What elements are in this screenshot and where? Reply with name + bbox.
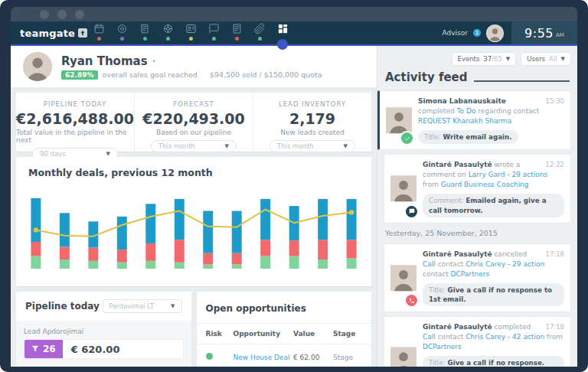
title-underline (474, 80, 570, 82)
activity-avatar-wrap (390, 322, 416, 367)
quota-text: $94,500 sold / $150,000 quota (210, 70, 322, 79)
kpi-card: LEAD INVENTORY2,179New leads createdThis… (253, 93, 371, 152)
nav-status-dot (143, 37, 147, 41)
kpi-value: €2,616,488.00 (16, 110, 134, 127)
brand-arrow-icon (78, 28, 87, 38)
nav-status-dot (166, 37, 170, 41)
activity-avatar (390, 322, 416, 367)
monthly-deals-chart (16, 183, 371, 278)
chat-badge-icon (404, 204, 419, 219)
chevron-down-icon: ▼ (106, 151, 110, 157)
app-window: teamgate Advisor 1 9:55 AM (11, 21, 577, 367)
goal-percent-badge: 62.89% (61, 70, 98, 80)
activity-text-segment: contact (436, 333, 466, 341)
traffic-light-close[interactable] (40, 10, 49, 19)
opportunities-title: Open opportunities (206, 303, 306, 314)
documents-icon[interactable] (133, 23, 156, 41)
chevron-down-icon: ▼ (344, 143, 348, 149)
activity-link[interactable]: Chris Carey - 29 action (466, 260, 544, 268)
events-filter-dropdown[interactable]: Events 37/65 ▼ (452, 52, 517, 66)
contacts-icon[interactable] (179, 23, 202, 41)
activity-link[interactable]: REQUEST Khanakh Sharma (418, 117, 511, 125)
activity-text-segment: completed (492, 323, 531, 331)
stage-count-badge: 26 (24, 340, 63, 358)
activity-item: 15:30Simona Labanauskaite completed To D… (377, 90, 571, 150)
chevron-down-icon: ▼ (561, 56, 565, 62)
note-label: Title: (429, 286, 446, 294)
brand[interactable]: teamgate (20, 21, 87, 44)
feed-date-divider: Yesterday, 25 November, 2015 (385, 229, 570, 237)
top-navbar: teamgate Advisor 1 9:55 AM (11, 21, 577, 46)
activity-link[interactable]: Guard Business Coaching (441, 181, 529, 188)
chart-title: Monthly deals, previous 12 month (16, 157, 371, 178)
kpi-description: Based on our pipeline (156, 129, 231, 136)
opportunity-link[interactable]: New House Deal (234, 354, 294, 361)
kpi-description: Total value in the pipeline in the next (16, 129, 134, 144)
profile-menu-toggle[interactable]: • (152, 57, 156, 65)
activity-text: 12:22Gintarė Pasaulytė wrote a comment o… (423, 160, 564, 190)
risk-cell (206, 353, 234, 361)
kpi-label: PIPELINE TODAY (44, 100, 106, 108)
titlebar (11, 7, 577, 21)
activity-link[interactable]: Call (423, 260, 436, 268)
activity-avatar-wrap (390, 160, 416, 217)
clock-suffix: AM (556, 32, 564, 38)
pipeline-dropdown[interactable]: Pardavimai LT ▼ (103, 299, 182, 313)
stage-value: € 620.00 (63, 340, 129, 358)
wheel-icon[interactable] (156, 23, 179, 41)
pipeline-stage-row[interactable]: 26 € 620.00 (24, 339, 184, 359)
kpi-card: PIPELINE TODAY€2,616,488.00Total value i… (16, 93, 134, 152)
profile-name: Ryan Thomas (61, 54, 148, 68)
activity-item: 17:18Gintarė Pasaulytė cancelled Call co… (384, 243, 571, 312)
kpi-period-dropdown[interactable]: This month▼ (270, 140, 355, 152)
nav-status-dot (120, 37, 124, 41)
nav-status-dot (189, 37, 193, 41)
traffic-light-minimize[interactable] (57, 10, 67, 19)
activity-link[interactable]: DCPartners (423, 343, 462, 351)
activity-note: Title:Give a call if no response to 1st … (423, 283, 564, 306)
chevron-down-icon: ▼ (171, 303, 175, 309)
activity-text-segment: Gintarė Pasaulytė (423, 323, 492, 331)
user-avatar[interactable] (486, 24, 504, 42)
pipeline-panel-title: Pipeline today (25, 301, 100, 312)
activity-link[interactable]: Chris Carey - 42 action (466, 333, 544, 341)
profile-info: Ryan Thomas • 62.89% overall sales goal … (61, 54, 322, 80)
pipeline-body: Lead Apdorojimai 26 € 620.00 ▪▪▪▪▪▪▪ (16, 321, 191, 367)
feed-filters: Events 37/65 ▼ Users All ▼ (384, 52, 571, 66)
target-icon[interactable] (110, 23, 133, 41)
col-risk: Risk (206, 330, 234, 338)
note-label: Comment: (429, 197, 464, 204)
monthly-deals-card: Monthly deals, previous 12 month (16, 157, 371, 286)
list-icon[interactable] (225, 23, 248, 41)
activity-text-segment: Gintarė Pasaulytė (423, 161, 492, 168)
activity-text-segment: cancelled (492, 250, 528, 258)
activity-link[interactable]: Call (423, 333, 436, 341)
activity-note: Comment:Emailed again, give a call tomor… (423, 194, 564, 217)
activity-feed-title: Activity feed (385, 70, 468, 84)
activity-link[interactable]: DCPartners (451, 270, 490, 278)
activity-text-segment: contact (423, 270, 451, 278)
paperclip-icon[interactable] (248, 23, 271, 41)
activity-text: 15:30Simona Labanauskaite completed To D… (418, 96, 564, 126)
activity-note: Title:Give a call if no response. Result… (423, 356, 564, 367)
activity-link[interactable]: Larry Gard - 29 actions (469, 171, 547, 178)
nav-status-dot (258, 37, 262, 41)
calendar-icon[interactable] (87, 23, 110, 41)
activity-content: 12:22Gintarė Pasaulytė wrote a comment o… (423, 160, 564, 217)
activity-text-segment: from (544, 333, 563, 341)
check-badge-icon (400, 131, 414, 145)
dashboard-grid-icon[interactable] (271, 23, 294, 41)
kpi-label: FORECAST (173, 100, 214, 108)
pipeline-stage-label: Lead Apdorojimai (24, 328, 184, 335)
activity-link[interactable]: To Do (457, 107, 476, 115)
col-value: Value (293, 330, 333, 338)
risk-status-dot (206, 353, 213, 360)
brand-name: teamgate (20, 28, 75, 39)
kpi-period-dropdown[interactable]: This month▼ (151, 140, 237, 152)
traffic-light-zoom[interactable] (75, 10, 84, 19)
users-filter-dropdown[interactable]: Users All ▼ (521, 52, 571, 66)
activity-sidebar: Events 37/65 ▼ Users All ▼ Activity feed… (377, 46, 577, 367)
phone-badge-icon (404, 293, 419, 308)
kpi-cards: PIPELINE TODAY€2,616,488.00Total value i… (16, 93, 371, 152)
chat-bubble-icon[interactable] (202, 23, 225, 41)
